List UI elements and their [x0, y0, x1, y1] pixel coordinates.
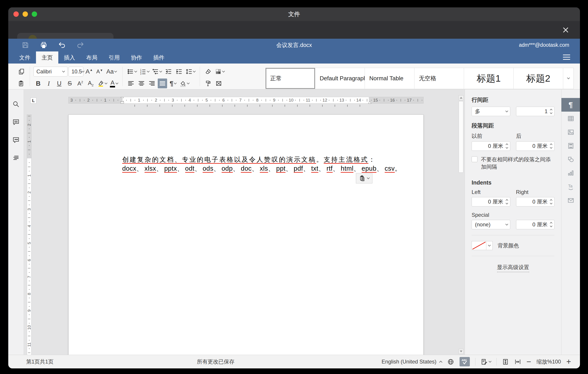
advanced-settings-link[interactable]: 显示高级设置	[497, 264, 529, 272]
tab-插件[interactable]: 插件	[148, 51, 170, 64]
tab-协作[interactable]: 协作	[125, 51, 148, 64]
spinner-arrows-icon[interactable]	[550, 222, 552, 227]
chat-button[interactable]	[12, 136, 20, 144]
print-button[interactable]	[40, 41, 48, 49]
spinner-arrows-icon[interactable]	[550, 144, 552, 148]
menu-icon[interactable]	[563, 55, 570, 60]
numbering-button[interactable]: 123	[139, 67, 150, 77]
paste-options-button[interactable]	[356, 173, 372, 183]
shape-settings-button[interactable]	[561, 153, 580, 166]
line-spacing-select[interactable]: 多	[472, 107, 510, 116]
font-name-select[interactable]: Calibri	[33, 67, 67, 77]
style-item[interactable]: 无空格	[414, 68, 464, 89]
subscript-button[interactable]: A2	[86, 78, 95, 88]
vertical-ruler[interactable]: 211234567891011	[27, 115, 32, 355]
paragraph-settings-button[interactable]: ¶	[561, 98, 580, 112]
textart-settings-button[interactable]: Ta	[561, 180, 580, 194]
spinner-arrows-icon[interactable]	[506, 199, 508, 204]
comment-button[interactable]	[12, 119, 20, 126]
multilevel-button[interactable]	[151, 67, 163, 77]
document-page[interactable]: 创建复杂的文档、专业的电子表格以及令人赞叹的演示文稿。支持主流格式： docx、…	[68, 115, 424, 355]
decrease-font-button[interactable]: A▼	[95, 67, 104, 77]
minimize-window-button[interactable]	[22, 11, 28, 17]
fit-width-icon[interactable]	[514, 358, 521, 365]
clear-style-button[interactable]	[203, 67, 213, 77]
set-language-icon[interactable]	[447, 358, 454, 365]
bullets-button[interactable]	[126, 67, 138, 77]
close-icon[interactable]	[562, 26, 570, 34]
line-spacing-count-spinner[interactable]: 1	[516, 107, 555, 116]
spellcheck-icon[interactable]: ABC	[460, 357, 470, 366]
chart-settings-button[interactable]	[561, 166, 580, 180]
spacing-after-spinner[interactable]: 0 厘米	[516, 141, 555, 151]
style-item[interactable]: 标题1	[464, 68, 514, 89]
image-settings-button[interactable]	[561, 125, 580, 139]
indent-left-spinner[interactable]: 0 厘米	[472, 197, 510, 207]
special-amount-spinner[interactable]: 0 厘米	[516, 220, 555, 229]
right-indent-marker-icon[interactable]	[368, 101, 371, 105]
mailmerge-button[interactable]	[214, 78, 223, 88]
font-color-button[interactable]: A	[109, 78, 119, 88]
table-settings-button[interactable]	[561, 112, 580, 125]
scrollbar-thumb[interactable]	[459, 101, 463, 173]
tab-主页[interactable]: 主页	[36, 51, 58, 64]
bold-button[interactable]: B	[33, 78, 43, 88]
style-gallery-expand-button[interactable]	[563, 68, 574, 89]
outline-button[interactable]	[12, 154, 20, 162]
indent-right-spinner[interactable]: 0 厘米	[516, 197, 555, 207]
search-button[interactable]	[12, 101, 20, 109]
background-color-picker[interactable]	[472, 241, 493, 250]
zoom-out-button[interactable]: −	[526, 358, 531, 366]
style-item[interactable]: 标题2	[514, 68, 563, 89]
style-item[interactable]: Normal Table	[365, 68, 414, 89]
align-center-button[interactable]	[137, 78, 146, 88]
zoom-window-button[interactable]	[32, 11, 37, 17]
tab-插入[interactable]: 插入	[58, 51, 81, 64]
spinner-arrows-icon[interactable]	[550, 199, 552, 204]
fit-page-icon[interactable]	[502, 358, 509, 365]
align-left-button[interactable]	[126, 78, 136, 88]
special-select[interactable]: (none)	[472, 220, 510, 229]
change-case-button[interactable]: Aa	[105, 67, 117, 77]
align-right-button[interactable]	[147, 78, 157, 88]
document-canvas[interactable]: L 3211234567891011121314151617 211234567…	[23, 89, 465, 355]
paste-button[interactable]	[17, 78, 26, 88]
scroll-up-icon[interactable]	[459, 95, 463, 100]
align-justify-button[interactable]	[158, 78, 167, 88]
line-spacing-button[interactable]	[185, 67, 196, 77]
style-item[interactable]: 正常	[266, 68, 315, 89]
italic-button[interactable]: I	[44, 78, 53, 88]
spinner-arrows-icon[interactable]	[506, 144, 508, 148]
copy-button[interactable]	[17, 67, 26, 77]
font-size-select[interactable]: 10.5	[69, 67, 83, 77]
scroll-down-icon[interactable]	[459, 349, 463, 354]
increase-font-button[interactable]: A▲	[84, 67, 94, 77]
spinner-arrows-icon[interactable]	[550, 109, 552, 114]
superscript-button[interactable]: A2	[75, 78, 85, 88]
color-scheme-button[interactable]	[214, 67, 225, 77]
same-style-checkbox[interactable]	[472, 156, 477, 162]
close-window-button[interactable]	[13, 11, 19, 17]
strikeout-button[interactable]: S	[65, 78, 74, 88]
mailmerge-settings-button[interactable]	[561, 194, 580, 207]
vertical-scrollbar[interactable]	[459, 95, 463, 354]
tab-布局[interactable]: 布局	[81, 51, 103, 64]
style-item[interactable]: Default Paragraph	[315, 68, 365, 89]
tab-文件[interactable]: 文件	[14, 51, 36, 64]
shading-button[interactable]	[179, 78, 190, 88]
nonprinting-button[interactable]: ¶	[168, 78, 178, 88]
headerfooter-settings-button[interactable]	[561, 139, 580, 153]
undo-button[interactable]	[58, 41, 66, 49]
underline-button[interactable]: U	[54, 78, 64, 88]
horizontal-ruler[interactable]: 3211234567891011121314151617	[68, 97, 424, 104]
tabstop-selector[interactable]: L	[30, 98, 36, 104]
tab-引用[interactable]: 引用	[103, 51, 125, 64]
highlight-button[interactable]	[96, 78, 108, 88]
language-selector[interactable]: English (United States)	[382, 359, 442, 365]
spacing-before-spinner[interactable]: 0 厘米	[472, 141, 510, 151]
zoom-in-button[interactable]: +	[566, 358, 571, 366]
indent-markers-icon[interactable]	[120, 97, 124, 105]
track-changes-icon[interactable]	[481, 358, 491, 365]
decrease-indent-button[interactable]	[164, 67, 173, 77]
copy-style-button[interactable]	[203, 78, 213, 88]
